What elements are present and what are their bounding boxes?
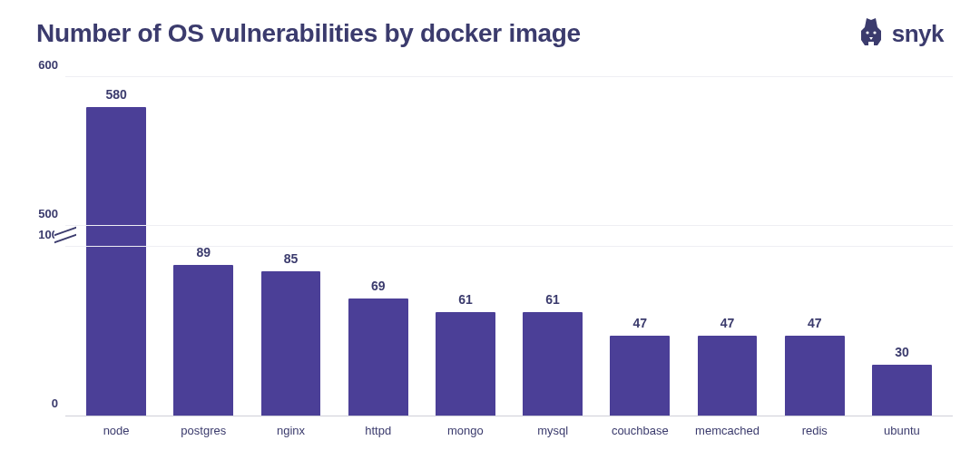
bar-rect [523,312,583,416]
x-tick-label: mongo [422,418,509,442]
x-tick-label: httpd [335,418,422,442]
bar-value-label: 89 [197,245,211,259]
bar-httpd: 69 [335,77,422,416]
bar-rect [261,271,321,416]
bar-rect [436,312,495,416]
svg-point-0 [866,31,868,34]
x-tick-label: memcached [683,418,770,442]
bar-mysql: 61 [509,77,596,416]
grid-line [65,76,953,77]
y-tick-label: 600 [38,58,58,72]
chart-title: Number of OS vulnerabilities by docker i… [36,19,581,48]
bar-value-label: 47 [720,316,735,330]
bar-value-label: 30 [895,345,909,359]
x-tick-label: mysql [509,418,596,442]
bar-value-label: 69 [371,279,386,293]
x-tick-label: nginx [247,418,334,442]
bar-rect [698,336,758,416]
bar-mongo: 61 [422,77,509,416]
bar-rect [348,299,408,416]
axis-break-icon [54,227,76,245]
bar-node: 580 [73,77,160,416]
bar-rect [610,336,670,416]
bar-rect [86,107,146,416]
chart-header: Number of OS vulnerabilities by docker i… [0,0,980,58]
bar-value-label: 61 [545,292,560,307]
plot-region: 580898569616147474730 [65,77,953,416]
bar-value-label: 47 [808,316,822,330]
brand-logo: snyk [858,18,944,49]
x-tick-label: node [73,418,160,442]
y-axis: 0100500600 [27,77,64,416]
x-tick-label: redis [771,418,858,442]
bar-postgres: 89 [160,77,247,416]
svg-point-1 [873,31,876,34]
chart-area: 0100500600 580898569616147474730 nodepos… [27,77,953,442]
x-axis-labels: nodepostgresnginxhttpdmongomysqlcouchbas… [65,418,953,442]
bar-value-label: 580 [105,87,126,102]
x-tick-label: postgres [160,418,247,442]
bar-rect [872,365,932,416]
grid-line [65,246,953,247]
brand-name: snyk [892,20,944,48]
x-tick-label: ubuntu [858,418,946,442]
bars-container: 580898569616147474730 [65,77,953,416]
bar-ubuntu: 30 [858,77,946,416]
bar-rect [785,336,845,416]
bar-value-label: 47 [633,316,648,330]
x-tick-label: couchbase [596,418,683,442]
grid-line [65,225,953,226]
bar-rect [173,265,233,416]
y-tick-label: 0 [52,396,58,410]
bar-nginx: 85 [247,77,334,416]
bar-value-label: 85 [284,251,299,266]
dog-head-icon [858,18,885,49]
bar-couchbase: 47 [596,77,683,416]
bar-value-label: 61 [458,292,473,307]
bar-memcached: 47 [683,77,770,416]
y-tick-label: 500 [38,207,58,220]
bar-redis: 47 [771,77,858,416]
